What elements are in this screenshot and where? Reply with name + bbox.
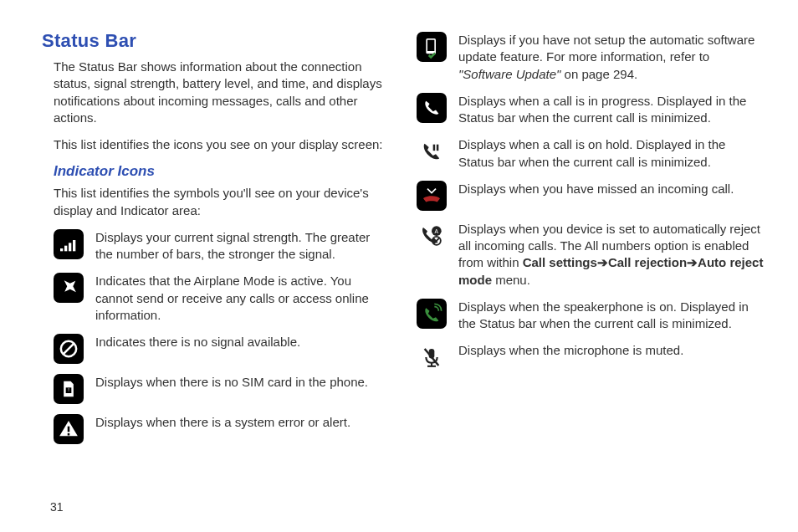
svg-rect-13 xyxy=(437,145,439,151)
svg-rect-11 xyxy=(427,40,434,51)
left-icon-list: Displays your current signal strength. T… xyxy=(54,229,390,444)
no-signal-desc: Indicates there is no signal available. xyxy=(95,334,300,350)
page-title: Status Bar xyxy=(42,30,390,52)
call-desc: Displays when a call is in progress. Dis… xyxy=(458,93,765,127)
icon-row-no-sim: ! Displays when there is no SIM card in … xyxy=(54,374,390,404)
software-update-icon xyxy=(417,32,447,62)
svg-rect-1 xyxy=(64,245,67,251)
right-icon-list: Displays if you have not setup the autom… xyxy=(417,32,765,372)
no-sim-desc: Displays when there is no SIM card in th… xyxy=(95,374,368,391)
hold-desc: Displays when a call is on hold. Display… xyxy=(458,136,765,171)
svg-rect-8 xyxy=(68,427,70,432)
airplane-desc: Indicates that the Airplane Mode is acti… xyxy=(95,273,390,324)
page: Status Bar The Status Bar shows informat… xyxy=(0,0,798,532)
intro-para-1: The Status Bar shows information about t… xyxy=(54,59,390,126)
svg-rect-3 xyxy=(73,240,75,251)
signal-desc: Displays your current signal strength. T… xyxy=(95,229,390,263)
page-number: 31 xyxy=(50,500,64,514)
sub-intro: This list identifies the symbols you'll … xyxy=(54,185,390,219)
icon-row-signal: Displays your current signal strength. T… xyxy=(54,229,390,263)
svg-rect-0 xyxy=(60,248,63,251)
svg-rect-2 xyxy=(69,243,71,251)
svg-rect-12 xyxy=(433,145,436,151)
icon-row-speaker: Displays when the speakerphone is on. Di… xyxy=(417,299,765,333)
alert-desc: Displays when there is a system error or… xyxy=(95,414,350,431)
svg-rect-9 xyxy=(68,433,70,436)
icon-row-missed: Displays when you have missed an incomin… xyxy=(417,181,765,211)
icon-row-mute: Displays when the microphone is muted. xyxy=(417,342,765,372)
speakerphone-icon xyxy=(417,299,447,329)
missed-desc: Displays when you have missed an incomin… xyxy=(458,181,734,197)
auto-reject-icon: A xyxy=(417,221,447,251)
svg-line-5 xyxy=(63,343,74,354)
missed-call-icon xyxy=(417,181,447,211)
right-column: Displays if you have not setup the autom… xyxy=(417,30,765,454)
no-sim-icon: ! xyxy=(54,374,84,404)
mute-desc: Displays when the microphone is muted. xyxy=(458,342,683,359)
left-column: Status Bar The Status Bar shows informat… xyxy=(42,30,390,454)
sw-update-desc: Displays if you have not setup the autom… xyxy=(458,32,765,83)
icon-row-no-signal: Indicates there is no signal available. xyxy=(54,334,390,364)
call-in-progress-icon xyxy=(417,93,447,123)
signal-strength-icon xyxy=(54,229,84,259)
icon-row-hold: Displays when a call is on hold. Display… xyxy=(417,136,765,171)
svg-text:A: A xyxy=(435,228,439,233)
icon-row-reject: A Displays when you device is set to aut… xyxy=(417,221,765,289)
icon-row-sw-update: Displays if you have not setup the autom… xyxy=(417,32,765,83)
icon-row-airplane: Indicates that the Airplane Mode is acti… xyxy=(54,273,390,324)
microphone-mute-icon xyxy=(417,342,447,372)
no-signal-icon xyxy=(54,334,84,364)
alert-icon xyxy=(54,414,84,444)
columns: Status Bar The Status Bar shows informat… xyxy=(42,30,765,454)
icon-row-call: Displays when a call is in progress. Dis… xyxy=(417,93,765,127)
reject-desc: Displays when you device is set to autom… xyxy=(458,221,765,289)
subtitle: Indicator Icons xyxy=(54,163,390,180)
airplane-mode-icon xyxy=(54,273,84,303)
call-on-hold-icon xyxy=(417,136,447,166)
intro-para-2: This list identifies the icons you see o… xyxy=(54,136,390,153)
speaker-desc: Displays when the speakerphone is on. Di… xyxy=(458,299,765,333)
icon-row-alert: Displays when there is a system error or… xyxy=(54,414,390,444)
